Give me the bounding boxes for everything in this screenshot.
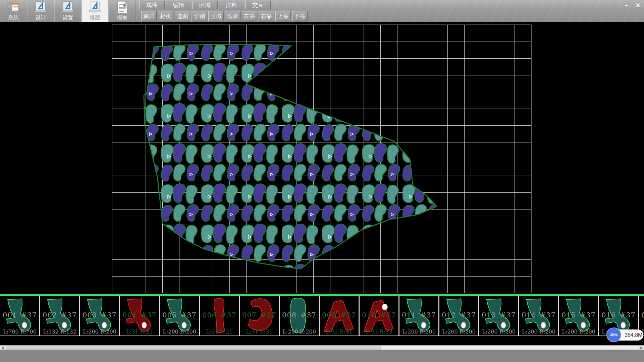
progress-circle: 38% [606,327,621,342]
horizontal-scrollbar[interactable]: < > [0,345,644,350]
piece-id-label: 007_#37 [240,311,279,319]
piece-id-label: 005_#37 [160,311,199,319]
app-tab-label: 报表 [117,14,127,21]
progress-size-label: 384.8M [625,329,642,341]
close-button[interactable]: ✕ [633,1,643,9]
piece-id-label: 001_#37 [0,311,39,319]
download-progress-badge[interactable]: 38% 384.8M [607,329,643,341]
piece-thumbnail[interactable]: 010_#37L:33 R:33 [359,296,399,336]
status-bar [0,350,644,362]
piece-lr-count-label: L:200 R:200 [160,328,199,335]
piece-id-label: 015_#37 [559,311,598,319]
piece-lr-count-label: L:32 R:31 [320,328,359,335]
menu-tab-3[interactable]: 排料 [219,1,244,9]
piece-lr-count-label: L:21 R:21 [200,328,239,335]
tool-button-7[interactable]: 右靠 [259,11,274,21]
piece-thumbnail[interactable]: 008_#37L:200 R:200 [279,296,319,336]
app-tab-label: 系统 [8,14,19,21]
piece-lr-count-label: L:33 R:33 [360,328,398,335]
menu-tab-bar: 属性编辑区域排料交互 [139,1,272,9]
piece-id-label: 006_#37 [200,311,239,319]
piece-lr-count-label: L:700 R:700 [0,328,39,335]
piece-lr-count-label: L:200 R:200 [439,328,478,335]
layout-icon [88,1,102,14]
piece-lr-count-label: L:132 R:132 [40,328,79,335]
app-tab-system[interactable]: 系统 [0,0,27,22]
piece-id-label: 008_#37 [280,311,319,319]
top-toolbar: 系统设计设置排版报表 属性编辑区域排料交互 聚排相机选割全割区域瑕疵左靠右靠上靠… [0,0,644,22]
tool-button-4[interactable]: 区域 [208,11,224,21]
tool-button-5[interactable]: 瑕疵 [225,11,240,21]
piece-lr-count-label: L:31 R:31 [240,328,279,335]
tool-button-6[interactable]: 左靠 [242,11,257,21]
tool-button-2[interactable]: 选割 [175,11,190,21]
piece-thumbnail[interactable]: 013_#37L:200 R:200 [479,296,519,336]
piece-thumbnail[interactable]: 014_#37L:200 R:200 [519,296,559,336]
piece-thumbnail[interactable]: 011_#37L:200 R:200 [399,296,439,336]
design-icon [33,1,48,14]
app-tab-label: 设置 [62,14,73,21]
piece-id-label: 014_#37 [519,311,558,319]
settings-icon [60,1,75,14]
piece-id-label: 003_#37 [80,311,119,319]
canvas-drawing [0,22,644,294]
tool-button-0[interactable]: 聚排 [141,11,157,21]
app-tab-report[interactable]: 报表 [109,0,136,22]
menu-tab-0[interactable]: 属性 [139,1,165,9]
piece-lr-count-label: L:200 R:200 [479,328,518,335]
piece-thumbnail[interactable]: 004_#37L:31 R:31 [120,296,160,336]
piece-thumbnail[interactable]: 001_#37L:700 R:700 [0,296,40,336]
tool-button-8[interactable]: 上靠 [275,11,291,21]
piece-thumbnail[interactable]: 009_#37L:32 R:31 [319,296,359,336]
piece-lr-count-label: L:200 R:200 [559,328,598,335]
nesting-canvas[interactable] [0,22,644,294]
piece-thumbnail[interactable]: 005_#37L:200 R:200 [160,296,200,336]
piece-thumbnail[interactable]: 015_#37L:200 R:200 [559,296,599,336]
piece-thumbnail[interactable]: 007_#37L:31 R:31 [239,296,279,336]
app-toolbar: 系统设计设置排版报表 [0,0,136,22]
tool-button-bar: 聚排相机选割全割区域瑕疵左靠右靠上靠下靠 [141,11,309,21]
piece-thumbnail[interactable]: 003_#37L:200 R:200 [80,296,120,336]
app-tab-label: 排版 [90,14,100,21]
piece-id-label: 002_#37 [40,311,79,319]
menu-tab-1[interactable]: 编辑 [166,1,191,9]
piece-id-label: 017_#37 [639,311,644,319]
piece-thumbnail[interactable]: 002_#37L:132 R:132 [40,296,80,336]
window-controls: − ✕ [622,1,643,9]
piece-lr-count-label: L:200 R:200 [519,328,558,335]
minimize-button[interactable]: − [622,1,631,9]
piece-thumbnail-strip: 001_#37L:700 R:700002_#37L:132 R:132003_… [0,296,644,336]
piece-id-label: 010_#37 [360,311,398,319]
system-icon [6,1,21,14]
piece-lr-count-label: L:31 R:31 [120,328,159,335]
piece-thumbnail[interactable]: 006_#37L:21 R:21 [200,296,239,336]
tool-button-3[interactable]: 全割 [192,11,207,21]
piece-id-label: 009_#37 [320,311,359,319]
piece-lr-count-label: L:200 R:200 [280,328,319,335]
app-window: 系统设计设置排版报表 属性编辑区域排料交互 聚排相机选割全割区域瑕疵左靠右靠上靠… [0,0,644,362]
piece-thumbnail[interactable]: 012_#37L:200 R:200 [439,296,479,336]
piece-lr-count-label: L:200 R:200 [80,328,119,335]
report-icon [115,1,129,14]
tool-button-1[interactable]: 相机 [158,11,173,21]
piece-id-label: 004_#37 [120,311,159,319]
app-tab-layout[interactable]: 排版 [82,0,109,22]
piece-id-label: 013_#37 [479,311,518,319]
app-tab-settings[interactable]: 设置 [54,0,82,22]
tool-button-9[interactable]: 下靠 [292,11,308,21]
menu-tab-4[interactable]: 交互 [245,1,271,9]
menu-tab-2[interactable]: 区域 [192,1,218,9]
piece-id-label: 016_#37 [599,311,638,319]
piece-id-label: 011_#37 [399,311,438,319]
piece-id-label: 012_#37 [439,311,478,319]
app-tab-design[interactable]: 设计 [27,0,54,22]
app-tab-label: 设计 [35,14,46,21]
piece-lr-count-label: L:200 R:200 [399,328,438,335]
